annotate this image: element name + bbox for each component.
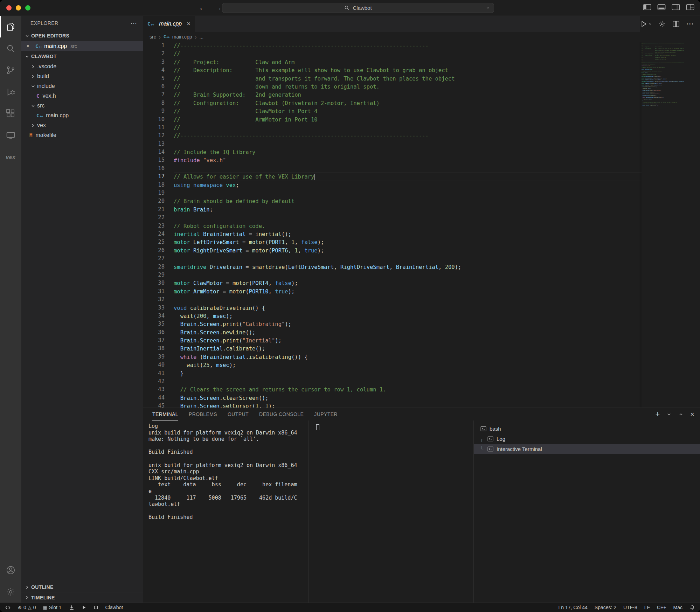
folder-item-vex[interactable]: vex [21,120,143,130]
folder-item-include[interactable]: include [21,81,143,91]
code-line[interactable]: 21brain Brain; [143,206,642,214]
code-line[interactable]: 41 } [143,369,642,377]
close-panel-icon[interactable]: × [690,411,694,418]
code-line[interactable]: 10// ArmMotor in Port 10 [143,116,642,124]
code-line[interactable]: 24inertial BrainInertial = inertial(); [143,230,642,238]
code-line[interactable]: 32 [143,295,642,304]
code-line[interactable]: 3// Project: Claw and Arm [143,58,642,66]
folder-item--vscode[interactable]: .vscode [21,62,143,71]
new-terminal-icon[interactable]: + [655,410,660,418]
code-line[interactable]: 28smartdrive Drivetrain = smartdrive(Lef… [143,263,642,271]
terminal-list-item[interactable]: └Interactive Terminal [474,444,700,454]
terminal-list-item[interactable]: bash [474,424,700,434]
file-item-makefile[interactable]: Mmakefile [21,130,143,140]
open-editors-header[interactable]: OPEN EDITORS [21,30,143,41]
code-line[interactable]: 33void calibrateDrivetrain() { [143,304,642,312]
eol[interactable]: LF [644,605,650,610]
code-line[interactable]: 9// ClawMotor in Port 4 [143,107,642,115]
code-line[interactable]: 2// [143,50,642,58]
editor-settings-icon[interactable] [658,20,666,28]
problems-status[interactable]: ⊗0 △0 [18,605,36,610]
more-actions-icon[interactable]: ⋯ [131,19,137,27]
indentation[interactable]: Spaces: 2 [595,605,616,610]
vex-play-button[interactable] [82,605,86,610]
code-line[interactable]: 45 Brain.Screen.setCursor(1, 1); [143,402,642,408]
settings-button[interactable] [0,581,21,603]
minimize-window-button[interactable] [16,5,21,11]
activity-vex-device[interactable] [0,124,21,146]
toggle-panel-icon[interactable] [657,4,666,11]
code-line[interactable]: 7// Brain Supported: 2nd generation [143,91,642,99]
chevron-down-icon[interactable] [486,6,490,10]
code-line[interactable]: 13 [143,140,642,148]
close-icon[interactable]: × [26,43,29,49]
code-line[interactable]: 16 [143,165,642,173]
code-line[interactable]: 12//------------------------------------… [143,132,642,140]
back-button[interactable]: ← [199,4,206,12]
open-editor-item[interactable]: ×C++main.cppsrc [21,41,143,51]
breadcrumb-item[interactable]: main.cpp [172,34,192,40]
overview-ruler[interactable] [684,42,700,408]
customize-layout-icon[interactable] [686,4,694,11]
code-line[interactable]: 6// down and returns to its original spo… [143,83,642,91]
code-line[interactable]: 17// Allows for easier use of the VEX Li… [143,173,642,181]
maximize-panel-icon[interactable] [678,412,684,417]
activity-run-debug[interactable] [0,81,21,103]
panel-tab-jupyter[interactable]: JUPYTER [314,408,338,420]
more-actions-icon[interactable]: ⋯ [686,20,694,28]
cursor-position[interactable]: Ln 17, Col 44 [559,605,588,610]
folder-item-build[interactable]: build [21,71,143,81]
code-line[interactable]: 19 [143,189,642,197]
code-line[interactable]: 18using namespace vex; [143,181,642,189]
zoom-window-button[interactable] [25,5,30,11]
minimap[interactable]: //--------------------------------------… [642,42,684,408]
code-editor[interactable]: 1//-------------------------------------… [143,42,700,408]
code-lines[interactable]: 1//-------------------------------------… [143,42,642,408]
slot-selector[interactable]: ▦Slot 1 [43,605,62,610]
encoding[interactable]: UTF-8 [623,605,637,610]
code-line[interactable]: 37 Brain.Screen.print("Inertial"); [143,336,642,345]
activity-search[interactable] [0,37,21,59]
project-name[interactable]: Clawbot [105,605,123,610]
code-line[interactable]: 31motor ArmMotor = motor(PORT10, true); [143,287,642,295]
code-line[interactable]: 1//-------------------------------------… [143,42,642,50]
code-line[interactable]: 20// Brain should be defined by default [143,197,642,205]
panel-tab-debug-console[interactable]: DEBUG CONSOLE [259,408,304,420]
breadcrumb-item[interactable]: src [150,34,156,40]
code-line[interactable]: 42 [143,377,642,385]
code-line[interactable]: 26motor RightDriveSmart = motor(PORT6, 1… [143,246,642,255]
remote-indicator[interactable] [5,605,11,611]
code-line[interactable]: 14// Include the IQ Library [143,148,642,156]
file-item-main-cpp[interactable]: C++main.cpp [21,111,143,120]
code-line[interactable]: 5// and transports it forward. The Clawb… [143,75,642,83]
folder-item-src[interactable]: src [21,101,143,111]
panel-tab-problems[interactable]: PROBLEMS [189,408,217,420]
activity-source-control[interactable] [0,59,21,81]
interactive-terminal-view[interactable] [308,420,473,603]
activity-vex[interactable]: vex [0,146,21,168]
close-window-button[interactable] [6,5,12,11]
notifications-bell-icon[interactable] [689,605,695,610]
code-line[interactable]: 39 while (BrainInertial.isCalibrating())… [143,353,642,361]
terminal-dropdown-icon[interactable] [666,412,672,417]
code-line[interactable]: 36 Brain.Screen.newLine(); [143,328,642,336]
panel-tab-terminal[interactable]: TERMINAL [152,408,178,420]
code-line[interactable]: 22 [143,214,642,222]
vex-download-button[interactable] [69,605,75,611]
split-editor-icon[interactable] [672,20,680,28]
code-line[interactable]: 27 [143,255,642,263]
code-line[interactable]: 29 [143,271,642,279]
code-line[interactable]: 4// Description: This example will show … [143,66,642,74]
folder-header[interactable]: CLAWBOT [21,51,143,62]
language-mode[interactable]: C++ [657,605,666,610]
timeline-header[interactable]: TIMELINE [21,592,143,603]
vex-stop-button[interactable] [93,605,98,610]
outline-header[interactable]: OUTLINE [21,582,143,592]
command-center-search[interactable]: Clawbot [222,3,494,13]
code-line[interactable]: 40 wait(25, msec); [143,361,642,369]
code-line[interactable]: 8// Configuration: Clawbot (Drivetrain 2… [143,99,642,107]
panel-tab-output[interactable]: OUTPUT [228,408,249,420]
toggle-secondary-sidebar-icon[interactable] [672,4,680,11]
close-tab-icon[interactable]: × [187,20,190,28]
terminal-output[interactable]: Logunix build for platform vexiq2 on Dar… [143,420,308,603]
